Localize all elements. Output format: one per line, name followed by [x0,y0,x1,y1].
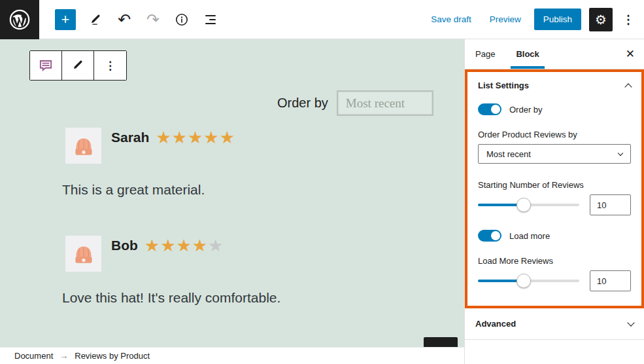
star-filled-icon: ★ [160,236,176,255]
edit-mode-button[interactable] [84,8,107,31]
star-filled-icon: ★ [203,128,219,147]
review-item: Bob ★★★★★ [65,236,224,272]
collapsed-block-handle[interactable] [424,337,458,347]
block-toolbar: ⋮ [29,50,127,81]
wordpress-logo[interactable] [0,0,39,39]
list-view-icon [205,15,216,24]
add-block-button[interactable]: + [55,9,76,30]
load-more-toggle-row: Load more [478,230,631,242]
star-filled-icon: ★ [176,236,192,255]
reviewer-name: Bob [111,238,138,253]
undo-icon: ↶ [118,12,131,27]
block-type-button[interactable] [30,51,62,80]
tab-block[interactable]: Block [505,39,549,69]
redo-button[interactable]: ↷ [141,8,165,31]
order-by-toggle[interactable] [478,103,501,115]
editor-topbar: + ↶ ↷ [0,0,644,39]
advanced-label: Advanced [475,319,516,329]
preview-button[interactable]: Preview [484,10,526,28]
orderby-label: Order by [277,96,328,111]
order-select[interactable]: Most recent [478,144,631,164]
order-select-value: Most recent [486,149,531,159]
tab-page[interactable]: Page [465,39,505,69]
breadcrumb-document[interactable]: Document [14,351,53,361]
list-view-button[interactable] [199,8,222,31]
beanie-hat-image [70,240,97,268]
starting-number-label: Starting Number of Reviews [478,180,631,190]
starting-number-slider[interactable] [478,204,579,206]
undo-button[interactable]: ↶ [112,8,136,31]
review-header: Sarah ★★★★★ [111,129,235,146]
breadcrumb-current-block[interactable]: Reviews by Product [75,351,150,361]
options-menu-button[interactable]: ⋮ [620,12,636,27]
info-icon [174,12,190,27]
edit-block-button[interactable] [62,51,94,80]
order-select-label: Order Product Reviews by [478,130,631,139]
review-item: Sarah ★★★★★ [65,128,235,164]
pencil-icon [88,12,103,27]
star-filled-icon: ★ [156,128,171,147]
load-more-toggle[interactable] [478,230,501,242]
star-filled-icon: ★ [188,128,203,147]
topbar-actions: Save draft Preview Publish ⚙ ⋮ [426,0,644,39]
save-draft-button[interactable]: Save draft [426,10,477,28]
orderby-select[interactable]: Most recent [337,90,433,116]
sidebar-tabs: Page Block ✕ [465,39,644,69]
reviewer-name: Sarah [111,130,149,145]
slider-thumb[interactable] [517,274,531,288]
review-text: Love this hat! It's really comfortable. [62,290,280,306]
close-icon: ✕ [626,48,635,60]
beanie-hat-image [70,132,97,160]
product-image [65,128,101,164]
chevron-down-icon [627,319,634,326]
review-block-icon [37,57,54,74]
settings-sidebar: Page Block ✕ List Settings Order by [464,39,644,364]
order-by-toggle-label: Order by [509,105,543,115]
review-header: Bob ★★★★★ [111,237,224,254]
advanced-section-header[interactable]: Advanced [465,308,644,340]
redo-icon: ↷ [146,12,160,27]
kebab-icon: ⋮ [105,59,116,73]
wordpress-block-editor: + ↶ ↷ [0,0,644,364]
settings-button[interactable]: ⚙ [589,8,613,31]
breadcrumb-arrow-icon: → [59,351,68,361]
panel-title: List Settings [478,81,529,90]
load-more-row [478,270,631,291]
gear-icon: ⚙ [595,12,607,27]
orderby-select-value: Most recent [346,96,405,111]
star-rating: ★★★★★ [144,237,224,254]
load-more-toggle-label: Load more [509,231,550,241]
editor-main: ⋮ Order by Most recent [0,39,644,364]
star-filled-icon: ★ [172,128,188,147]
pencil-icon [71,58,85,73]
canvas-orderby-row: Order by Most recent [277,90,433,116]
wordpress-icon [8,9,31,31]
slider-thumb[interactable] [517,198,531,212]
canvas-column: ⋮ Order by Most recent [0,39,464,364]
order-by-toggle-row: Order by [478,103,631,115]
load-more-input[interactable] [590,270,631,291]
load-more-slider[interactable] [478,280,579,282]
editor-canvas[interactable]: ⋮ Order by Most recent [0,39,464,347]
starting-number-row [478,194,631,215]
details-button[interactable] [170,8,194,31]
block-options-button[interactable]: ⋮ [94,51,126,80]
star-rating: ★★★★★ [156,129,235,146]
starting-number-input[interactable] [590,194,631,215]
chevron-down-icon [618,150,623,155]
star-filled-icon: ★ [192,236,208,255]
topbar-tools: + ↶ ↷ [39,0,222,39]
product-image [65,236,101,272]
star-filled-icon: ★ [220,128,235,147]
review-text: This is a great material. [62,182,205,198]
list-settings-header[interactable]: List Settings [478,81,631,90]
star-filled-icon: ★ [144,236,160,255]
list-settings-highlight: List Settings Order by Order Product Rev… [465,69,644,308]
breadcrumb: Document → Reviews by Product [0,347,464,364]
publish-button[interactable]: Publish [534,9,581,30]
chevron-up-icon [624,83,632,90]
close-sidebar-button[interactable]: ✕ [626,47,635,61]
star-empty-icon: ★ [208,236,224,255]
list-settings-panel: List Settings Order by Order Product Rev… [467,72,641,306]
load-more-label: Load More Reviews [478,256,631,266]
